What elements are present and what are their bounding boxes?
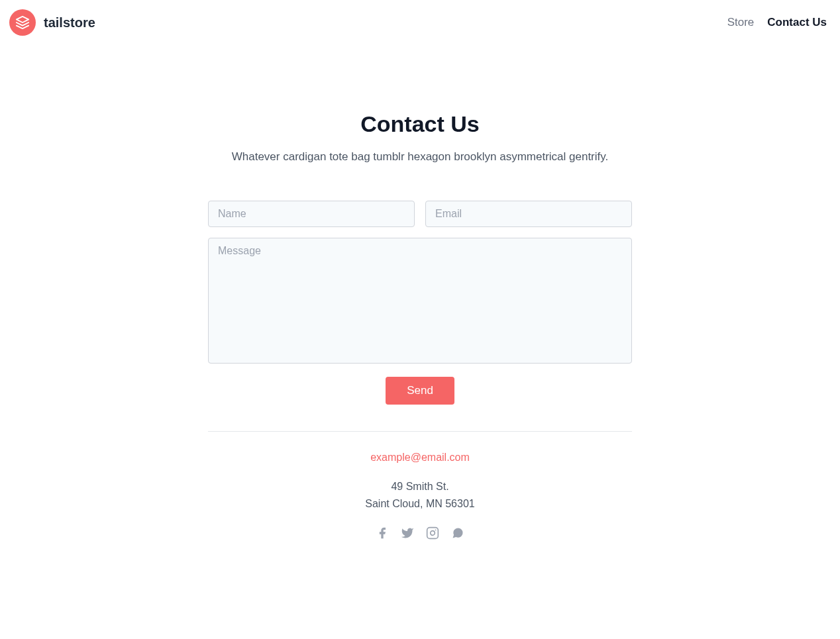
- page-title: Contact Us: [208, 111, 632, 137]
- nav-link-contact[interactable]: Contact Us: [767, 16, 827, 29]
- svg-marker-0: [17, 17, 28, 23]
- svg-rect-1: [427, 528, 439, 539]
- email-input[interactable]: [425, 201, 632, 227]
- form-row-name-email: [208, 201, 632, 227]
- page-subtitle: Whatever cardigan tote bag tumblr hexago…: [208, 150, 632, 164]
- nav-link-store[interactable]: Store: [727, 16, 755, 29]
- contact-section: Contact Us Whatever cardigan tote bag tu…: [208, 111, 632, 540]
- contact-email-link[interactable]: example@email.com: [370, 452, 470, 464]
- message-textarea[interactable]: [208, 238, 632, 364]
- brand[interactable]: tailstore: [9, 9, 95, 36]
- brand-name: tailstore: [44, 15, 95, 30]
- message-icon[interactable]: [451, 526, 464, 540]
- name-input[interactable]: [208, 201, 415, 227]
- site-header: tailstore Store Contact Us: [0, 0, 840, 45]
- divider: [208, 431, 632, 432]
- send-button[interactable]: Send: [386, 377, 454, 405]
- twitter-icon[interactable]: [401, 526, 414, 540]
- social-links: [208, 526, 632, 540]
- facebook-icon[interactable]: [376, 526, 389, 540]
- main-nav: Store Contact Us: [727, 16, 827, 29]
- address-line-1: 49 Smith St.: [391, 481, 448, 492]
- address-line-2: Saint Cloud, MN 56301: [365, 498, 474, 509]
- contact-address: 49 Smith St. Saint Cloud, MN 56301: [208, 478, 632, 512]
- instagram-icon[interactable]: [426, 526, 439, 540]
- layers-icon: [9, 9, 36, 36]
